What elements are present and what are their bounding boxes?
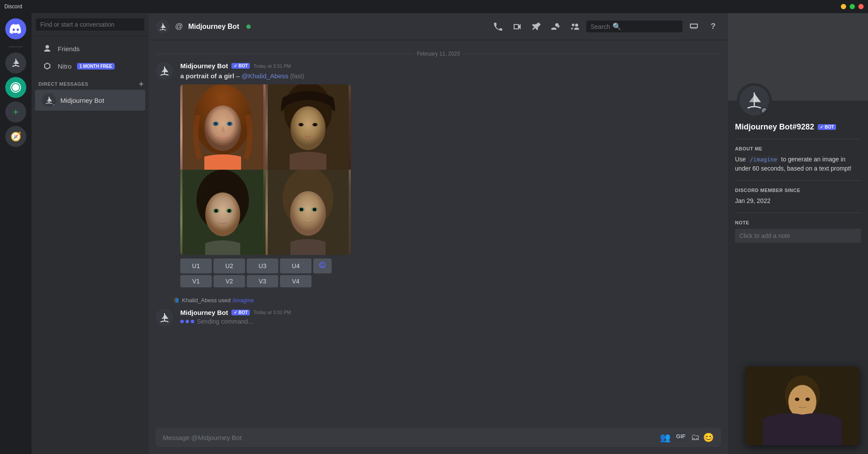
- app-body: + 🧭 Friends Nitro 1 MONTH FREE Direct: [0, 13, 868, 454]
- emoji-icon[interactable]: 😊: [703, 432, 714, 443]
- msg1-text: a portrait of a girl – @Khalid_Abess (fa…: [180, 71, 721, 81]
- u3-btn[interactable]: U3: [247, 258, 278, 273]
- msg2-timestamp: Today at 3:32 PM: [253, 310, 291, 315]
- search-box[interactable]: Search 🔍: [586, 21, 682, 32]
- msg1-timestamp: Today at 3:31 PM: [253, 63, 291, 69]
- msg2-author: Midjourney Bot: [180, 309, 228, 316]
- at-sign: @: [175, 22, 183, 31]
- server-icon-sailboat[interactable]: [5, 52, 26, 73]
- nitro-label: Nitro: [58, 63, 72, 70]
- v1-btn[interactable]: V1: [180, 275, 212, 287]
- portrait-2[interactable]: [266, 84, 351, 170]
- add-member-btn[interactable]: [548, 19, 564, 35]
- date-divider-text: February 11, 2023: [417, 51, 460, 57]
- sending-indicator: Sending command...: [180, 318, 721, 325]
- member-since-date: Jan 29, 2022: [735, 196, 861, 206]
- header-actions: Search 🔍 ?: [490, 19, 721, 35]
- explore-btn[interactable]: 🧭: [5, 126, 26, 147]
- portrait-4[interactable]: [266, 170, 351, 255]
- image-grid: [180, 84, 351, 255]
- dot-2: [186, 320, 189, 323]
- midjourney-avatar: [42, 93, 56, 107]
- dm-user-name: Midjourney Bot: [60, 97, 104, 104]
- msg2-bot-badge: ✓ BOT: [231, 310, 250, 315]
- portrait-1[interactable]: [180, 84, 266, 170]
- nitro-badge: 1 MONTH FREE: [77, 63, 115, 70]
- u4-btn[interactable]: U4: [280, 258, 312, 273]
- msg1-strong: a portrait of a girl: [180, 72, 234, 80]
- svg-point-31: [313, 208, 316, 211]
- about-me-title: ABOUT ME: [735, 146, 861, 151]
- msg1-avatar: [156, 62, 173, 80]
- svg-point-13: [290, 106, 326, 150]
- profile-banner: [728, 13, 868, 101]
- svg-point-41: [805, 398, 810, 401]
- message-input[interactable]: [163, 434, 654, 441]
- video-btn[interactable]: [509, 19, 525, 35]
- svg-point-20: [205, 192, 240, 236]
- left-rail: + 🧭: [0, 13, 32, 454]
- gif-icon[interactable]: GIF: [674, 432, 687, 443]
- u1-btn[interactable]: U1: [180, 258, 212, 273]
- portrait-3[interactable]: [180, 170, 266, 255]
- profile-status-dot: [760, 107, 768, 115]
- u2-btn[interactable]: U2: [214, 258, 245, 273]
- window-title: Discord: [4, 3, 22, 10]
- window-controls: [841, 4, 864, 9]
- dm-user-midjourney[interactable]: Midjourney Bot: [35, 90, 145, 111]
- main-content: @ Midjourney Bot: [149, 13, 728, 454]
- dot-1: [180, 320, 184, 323]
- about-me-section: ABOUT ME Use /imagine to generate an ima…: [735, 139, 861, 173]
- inbox-btn[interactable]: [686, 19, 702, 35]
- bot-avatar-header: [156, 20, 170, 34]
- chat-header: @ Midjourney Bot: [149, 13, 728, 40]
- v4-btn[interactable]: V4: [280, 275, 312, 287]
- discord-logo[interactable]: [5, 18, 26, 39]
- minimize-btn[interactable]: [841, 4, 846, 9]
- note-title: NOTE: [735, 220, 861, 225]
- chat-input-box: 👥 GIF 🗂 😊: [156, 428, 721, 447]
- svg-point-27: [290, 191, 326, 236]
- profile-name: Midjourney Bot#9282 ✓ BOT: [735, 122, 861, 132]
- dm-header: Direct Messages +: [32, 78, 149, 90]
- search-input[interactable]: [36, 18, 144, 31]
- nav-item-friends[interactable]: Friends: [35, 40, 145, 57]
- msg1-author: Midjourney Bot: [180, 62, 228, 70]
- message-group-2: Midjourney Bot ✓ BOT Today at 3:32 PM Se…: [149, 307, 728, 328]
- msg1-mention: @Khalid_Abess: [242, 72, 288, 80]
- help-btn[interactable]: ?: [705, 19, 721, 35]
- nav-item-nitro[interactable]: Nitro 1 MONTH FREE: [35, 57, 145, 75]
- dm-sidebar: Friends Nitro 1 MONTH FREE Direct Messag…: [32, 13, 149, 454]
- msg1-bot-badge: ✓ BOT: [231, 63, 250, 69]
- refresh-btn[interactable]: [313, 258, 332, 273]
- svg-point-24: [228, 209, 231, 213]
- server-icon-openai[interactable]: [5, 77, 26, 98]
- friends-label: Friends: [58, 45, 80, 52]
- v-buttons-row: V1 V2 V3 V4: [180, 275, 721, 287]
- svg-point-9: [214, 122, 217, 126]
- chat-input-area: 👥 GIF 🗂 😊: [149, 428, 728, 454]
- member-since-title: DISCORD MEMBER SINCE: [735, 188, 861, 193]
- svg-point-40: [795, 398, 799, 401]
- action-buttons: U1 U2 U3 U4: [180, 258, 721, 287]
- sticker-icon[interactable]: 🗂: [691, 432, 700, 443]
- pin-btn[interactable]: [528, 19, 544, 35]
- add-dm-btn[interactable]: +: [137, 80, 145, 88]
- add-server-btn[interactable]: +: [5, 101, 26, 122]
- v2-btn[interactable]: V2: [214, 275, 245, 287]
- members-btn[interactable]: [567, 19, 583, 35]
- svg-point-17: [314, 123, 316, 126]
- maximize-btn[interactable]: [850, 4, 855, 9]
- people-icon[interactable]: 👥: [660, 432, 671, 443]
- profile-bot-badge: ✓ BOT: [818, 124, 836, 130]
- online-dot: [246, 24, 251, 29]
- command-name: /imagine: [232, 297, 254, 304]
- note-input[interactable]: Click to add a note: [735, 229, 861, 243]
- close-btn[interactable]: [858, 4, 864, 9]
- call-btn[interactable]: [490, 19, 506, 35]
- dm-header-label: Direct Messages: [38, 81, 88, 87]
- search-box-label: Search: [591, 23, 610, 30]
- nav-section: Friends Nitro 1 MONTH FREE: [32, 36, 149, 78]
- v3-btn[interactable]: V3: [247, 275, 278, 287]
- user-status-indicator: [52, 103, 56, 107]
